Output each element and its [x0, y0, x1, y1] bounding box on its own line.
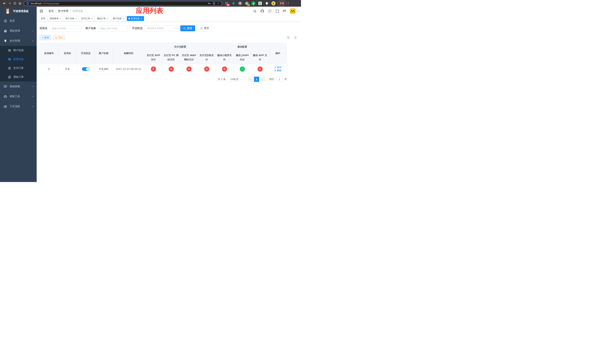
sidebar-item-home[interactable]: 首页 [0, 16, 37, 26]
tab-merchant-info[interactable]: 商户信息 [111, 16, 126, 21]
back-icon[interactable] [2, 1, 7, 6]
extension-recorder-icon[interactable]: 1 [245, 1, 249, 5]
extensions-row: 10 1 y [225, 1, 275, 5]
sidebar-item-label: 基础设施 [10, 85, 20, 88]
col-alipay-wap: 支付宝 WAP 网站支付 [180, 51, 198, 64]
url-path: :1024/pay/app [42, 2, 59, 5]
address-bar[interactable]: localhost:1024/pay/app ☆ [24, 1, 222, 6]
sidebar-item-workflow[interactable]: 工作流程 [0, 101, 37, 111]
app-logo[interactable]: 芋道管理系统 [0, 7, 37, 16]
next-page-button[interactable]: › [260, 77, 266, 82]
tab-refund-order[interactable]: 退款订单 [95, 16, 110, 21]
col-wechat-lite: 微信小程序支付 [216, 51, 233, 64]
extension-y-icon[interactable]: y [251, 1, 256, 5]
enabled-switch[interactable] [82, 67, 89, 71]
sidebar-item-system[interactable]: 系统管理 [0, 26, 37, 36]
reload-icon[interactable] [12, 1, 17, 6]
sidebar-item-label: 商户信息 [13, 49, 24, 52]
merchant-name-input[interactable] [98, 25, 128, 31]
chevron-down-icon [174, 27, 176, 30]
wechat-lite-status: × [222, 66, 227, 72]
sidebar-item-label: 应用信息 [13, 58, 24, 61]
close-icon[interactable] [75, 17, 77, 20]
url-host: localhost [31, 2, 42, 5]
tab-user-group[interactable]: 用户分组 [64, 16, 78, 21]
close-icon[interactable] [141, 17, 142, 20]
font-size-icon[interactable] [283, 10, 286, 13]
screen: localhost:1024/pay/app ☆ 10 1 y [0, 0, 301, 182]
extension-command-icon[interactable] [238, 1, 242, 5]
status-select[interactable]: 请选择开启状态 [145, 25, 178, 31]
browser-update-button[interactable]: 更新 [277, 1, 287, 6]
tab-pay-order[interactable]: 支付订单 [79, 16, 94, 21]
breadcrumb-pay[interactable]: 支付管理 [54, 10, 68, 13]
extension-doc-icon[interactable] [258, 1, 262, 5]
page-unit-label: 页 [285, 78, 287, 81]
fullscreen-icon[interactable] [275, 10, 279, 13]
export-button[interactable]: 导出 [53, 35, 65, 40]
shop-icon [8, 49, 11, 52]
col-merchant: 商户名称 [95, 43, 113, 64]
sidebar-item-pay[interactable]: ¥ 支付管理 [0, 36, 37, 46]
tab-process-form[interactable]: 流程表单 [48, 16, 63, 21]
search-button[interactable]: 搜索 [180, 25, 195, 31]
share-icon[interactable] [213, 2, 215, 5]
add-button[interactable]: 新增 [40, 35, 51, 40]
chevron-down-icon [32, 95, 34, 97]
close-icon[interactable] [91, 17, 93, 20]
sidebar-item-pay-order[interactable]: 支付订单 [0, 64, 37, 73]
filter-form: 应用名 商户名称 开启状态 请选择开启状态 [40, 25, 298, 31]
prev-page-button[interactable]: ‹ [248, 77, 253, 82]
sidebar-item-infra[interactable]: 基础设施 [0, 81, 37, 91]
app-table: 应用编号 应用名 开启状态 商户名称 创建时间 支付宝配置 微信配置 操作 支付… [40, 43, 287, 74]
user-dropdown-caret-icon[interactable] [298, 10, 298, 12]
password-key-icon[interactable] [208, 2, 211, 5]
alipay-wap-status: × [186, 66, 192, 72]
sidebar-item-app-info[interactable]: 应用信息 [0, 55, 37, 64]
table-toolbar: 新增 导出 [40, 35, 298, 40]
close-icon[interactable] [123, 17, 124, 20]
forward-icon[interactable] [7, 1, 12, 6]
app-name-label: 应用名 [40, 27, 47, 30]
home-icon[interactable] [17, 1, 22, 6]
goto-page-input[interactable] [276, 77, 283, 82]
tab-home[interactable]: 首页 [39, 16, 47, 21]
help-icon[interactable] [268, 10, 272, 13]
close-icon[interactable] [59, 17, 61, 20]
browser-profile-avatar[interactable] [271, 1, 275, 5]
extensions-puzzle-icon[interactable] [265, 1, 269, 5]
sidebar-item-refund-order[interactable]: 退款订单 [0, 73, 37, 81]
sidebar-menu: 首页 系统管理 ¥ 支付管理 [0, 16, 37, 111]
logo-image [5, 8, 11, 14]
toggle-search-button[interactable] [286, 35, 291, 40]
refresh-table-button[interactable] [293, 35, 298, 40]
close-icon[interactable] [107, 17, 108, 20]
sidebar-item-label: 研发工具 [10, 95, 20, 98]
col-alipay-app: 支付宝 APP 支付 [145, 51, 162, 64]
extension-kite-icon[interactable] [231, 1, 236, 5]
tags-view: 首页 流程表单 用户分组 支付订单 退款订单 商户信息 应用信息 [37, 16, 301, 22]
bookmark-star-icon[interactable]: ☆ [217, 2, 220, 5]
sidebar-collapse-icon[interactable] [39, 9, 43, 13]
breadcrumb-home[interactable]: 首页 [49, 10, 54, 13]
page-info-icon[interactable] [26, 2, 29, 5]
delete-button[interactable]: 删除 [274, 69, 281, 72]
toolbox-icon [4, 105, 7, 108]
page-size-select[interactable]: 10条/页 [227, 77, 245, 82]
app-name-input[interactable] [50, 25, 81, 31]
breadcrumb-current: 应用信息 [68, 10, 83, 13]
page-1-button[interactable]: 1 [254, 77, 259, 82]
user-avatar[interactable] [290, 8, 295, 14]
extension-grid-icon[interactable]: 10 [225, 1, 229, 5]
goto-label: 前往 [269, 78, 274, 81]
sidebar-item-merchant-info[interactable]: 商户信息 [0, 46, 37, 55]
edit-button[interactable]: 修改 [274, 66, 281, 69]
tab-app-info[interactable]: 应用信息 [127, 16, 144, 21]
browser-toolbar: localhost:1024/pay/app ☆ 10 1 y [0, 0, 301, 7]
search-icon[interactable] [253, 10, 257, 13]
reset-button[interactable]: 重置 [197, 25, 212, 31]
github-icon[interactable] [260, 9, 264, 13]
browser-menu-icon[interactable] [287, 2, 290, 5]
url-text: localhost:1024/pay/app [31, 2, 206, 5]
sidebar-item-devtools[interactable]: 研发工具 [0, 91, 37, 101]
